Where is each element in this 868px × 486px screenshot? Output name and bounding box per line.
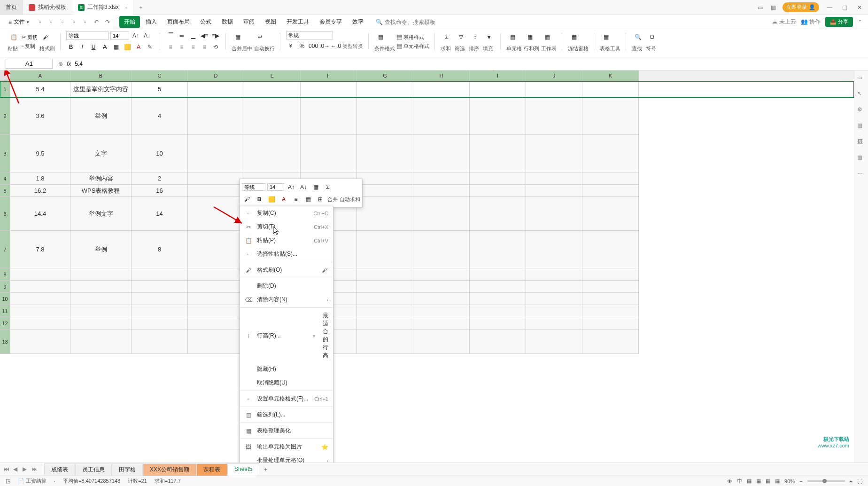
cell-C4[interactable]: 2: [132, 172, 188, 185]
cell-A11[interactable]: [10, 305, 70, 317]
cell-D8[interactable]: [188, 268, 244, 281]
print-icon[interactable]: ▫: [70, 18, 78, 26]
cell-H5[interactable]: [413, 185, 470, 197]
cell-I13[interactable]: [470, 329, 526, 354]
status-eye-icon[interactable]: 👁: [727, 478, 732, 484]
orientation-icon[interactable]: ⟲: [211, 42, 220, 52]
cell-A10[interactable]: [10, 293, 70, 305]
cell-A6[interactable]: 14.4: [10, 197, 70, 231]
cell-H2[interactable]: [413, 97, 470, 135]
menu-tab-视图[interactable]: 视图: [260, 16, 281, 28]
status-mode-icon[interactable]: ◳: [6, 478, 10, 484]
table-style-button[interactable]: ▦ 表格样式: [397, 34, 429, 41]
minimize-button[interactable]: —: [825, 3, 834, 12]
fill-color-button[interactable]: 🟨: [123, 42, 132, 52]
cell-H6[interactable]: [413, 197, 470, 231]
col-header-D[interactable]: D: [188, 71, 244, 81]
cell-C3[interactable]: 10: [132, 135, 188, 172]
ctx-cell-format[interactable]: ▫设置单元格格式(F)...Ctrl+1: [240, 392, 333, 406]
cell-E1[interactable]: [244, 81, 301, 97]
cell-C13[interactable]: [132, 329, 188, 354]
comma-icon[interactable]: 000: [309, 41, 318, 51]
bold-button[interactable]: B: [66, 42, 76, 52]
mini-expand-icon[interactable]: ⊞: [315, 194, 326, 204]
row-header-1[interactable]: 1: [0, 81, 10, 97]
name-box[interactable]: [6, 59, 53, 69]
row-header-9[interactable]: 9: [0, 281, 10, 293]
cell-C1[interactable]: 5: [132, 81, 188, 97]
cell-I8[interactable]: [470, 268, 526, 281]
menu-tab-会员专享[interactable]: 会员专享: [315, 16, 347, 28]
cell-A9[interactable]: [10, 281, 70, 293]
undo-icon[interactable]: ↶: [92, 18, 101, 26]
cell-J7[interactable]: [526, 231, 582, 268]
highlight-button[interactable]: ✎: [145, 42, 155, 52]
row-header-11[interactable]: 11: [0, 305, 10, 317]
cell-B5[interactable]: WPS表格教程: [70, 185, 132, 197]
row-header-7[interactable]: 7: [0, 231, 10, 268]
cell-H3[interactable]: [413, 135, 470, 172]
ctx-hide[interactable]: 隐藏(H): [240, 362, 333, 376]
cell-H9[interactable]: [413, 281, 470, 293]
sort-icon[interactable]: ↕: [469, 31, 481, 43]
cell-C10[interactable]: [132, 293, 188, 305]
cell-G2[interactable]: [357, 97, 413, 135]
sheet-tab-Sheet5[interactable]: Sheet5: [227, 463, 259, 476]
tab-menu-icon[interactable]: ▫: [125, 4, 127, 11]
cell-K4[interactable]: [582, 172, 639, 185]
align-top-icon[interactable]: ▔: [166, 31, 175, 40]
currency-icon[interactable]: ¥: [286, 41, 295, 51]
strike-button[interactable]: A̶: [100, 42, 109, 52]
cell-B6[interactable]: 举例文字: [70, 197, 132, 231]
mini-sum-icon[interactable]: Σ: [323, 182, 333, 192]
cell-K3[interactable]: [582, 135, 639, 172]
cell-H7[interactable]: [413, 231, 470, 268]
merge-icon[interactable]: ▦: [232, 31, 244, 43]
cell-C2[interactable]: 4: [132, 97, 188, 135]
cell-J9[interactable]: [526, 281, 582, 293]
tab-add[interactable]: +: [133, 4, 148, 11]
cell-G1[interactable]: [357, 81, 413, 97]
cell-K13[interactable]: [582, 329, 639, 354]
sheet-tab-课程表[interactable]: 课程表: [196, 463, 227, 476]
cell-J10[interactable]: [526, 293, 582, 305]
sheet-tab-田字格[interactable]: 田字格: [112, 463, 143, 476]
row-header-4[interactable]: 4: [0, 172, 10, 185]
cell-G10[interactable]: [357, 293, 413, 305]
cell-K9[interactable]: [582, 281, 639, 293]
tab-home[interactable]: 首页: [0, 0, 23, 15]
view-normal-icon[interactable]: ▦: [756, 478, 761, 484]
cell-B11[interactable]: [70, 305, 132, 317]
paste-icon[interactable]: 📋: [8, 31, 20, 43]
save-icon[interactable]: ▫: [58, 18, 67, 26]
cloud-status[interactable]: ☁ 未上云: [772, 18, 796, 26]
cell-I1[interactable]: [470, 81, 526, 97]
cell-C7[interactable]: 8: [132, 231, 188, 268]
cell-style-button[interactable]: ▦ 单元格样式: [397, 43, 429, 50]
cell-D5[interactable]: [188, 185, 244, 197]
cell-G13[interactable]: [357, 329, 413, 354]
grid-icon[interactable]: ▦: [769, 4, 777, 11]
ctx-export-img[interactable]: 🖼输出单元格为图片⭐: [240, 440, 333, 454]
underline-button[interactable]: U: [89, 42, 98, 52]
mini-border-icon[interactable]: ▦: [310, 182, 321, 192]
row-col-icon[interactable]: ▦: [524, 31, 536, 43]
mini-merge-label[interactable]: 合并: [327, 196, 338, 203]
col-header-G[interactable]: G: [357, 71, 413, 81]
italic-button[interactable]: I: [78, 42, 87, 52]
cell-J11[interactable]: [526, 305, 582, 317]
dec-decimal-icon[interactable]: ←.0: [331, 41, 341, 51]
cell-B3[interactable]: 文字: [70, 135, 132, 172]
cell-E3[interactable]: [244, 135, 301, 172]
share-button[interactable]: 📤 分享: [825, 17, 853, 27]
cell-B4[interactable]: 举例内容: [70, 172, 132, 185]
menu-tab-数据[interactable]: 数据: [217, 16, 238, 28]
menu-tab-开始[interactable]: 开始: [119, 16, 140, 28]
row-header-2[interactable]: 2: [0, 97, 10, 135]
cell-K7[interactable]: [582, 231, 639, 268]
sum-icon[interactable]: Σ: [441, 31, 453, 43]
find-icon[interactable]: 🔍: [632, 31, 644, 43]
menu-tab-效率[interactable]: 效率: [348, 16, 368, 28]
cell-K5[interactable]: [582, 185, 639, 197]
col-header-I[interactable]: I: [470, 71, 526, 81]
